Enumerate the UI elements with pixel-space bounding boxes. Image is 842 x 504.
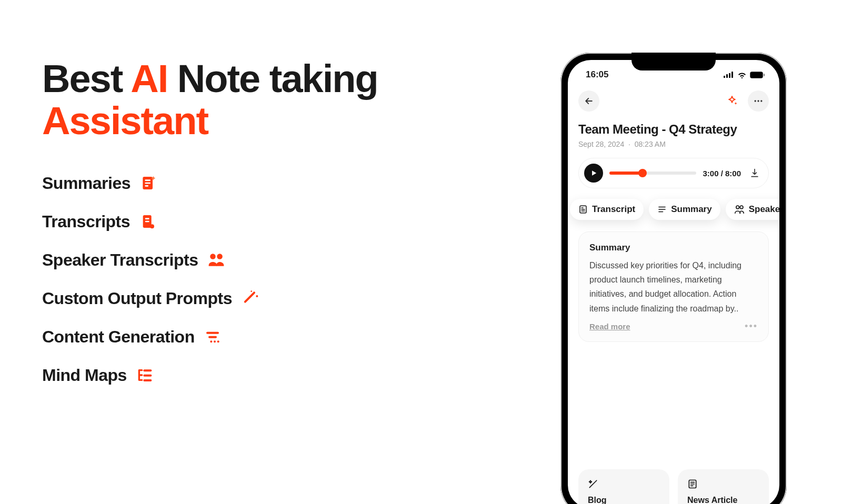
svg-rect-1 [145,180,151,182]
tab-label: Summary [671,204,711,215]
read-more-link[interactable]: Read more [589,322,630,331]
svg-rect-23 [726,74,728,78]
card-news-article[interactable]: News Article [678,469,769,504]
sparkle-icon [726,95,738,107]
svg-point-29 [755,100,756,102]
feature-summaries: Summaries [42,174,516,193]
progress-bar[interactable] [609,172,696,175]
app-screen: 16:05 [568,60,779,504]
summary-body: Discussed key priorities for Q4, includi… [589,258,758,316]
svg-rect-5 [145,218,149,220]
view-tabs: Transcript Summary [568,199,779,220]
note-meta: Sept 28, 2024 · 08:23 AM [578,140,769,148]
feature-label: Custom Output Prompts [42,289,232,308]
svg-rect-15 [208,336,217,338]
headline-part1: Best [42,57,131,100]
card-more-icon[interactable]: ••• [745,321,758,332]
back-button[interactable] [578,90,599,112]
svg-point-31 [760,100,762,102]
feature-mind-maps: Mind Maps [42,366,516,385]
svg-point-8 [210,254,216,259]
feature-list: Summaries Transcripts [42,174,516,385]
svg-rect-14 [206,332,219,334]
sparkle-doc-icon [140,175,157,191]
feature-label: Speaker Transcripts [42,250,198,270]
phone-frame: 16:05 [560,53,787,504]
wifi-icon [737,72,747,78]
feature-content-generation: Content Generation [42,327,516,347]
app-nav [578,90,769,112]
feature-speaker-transcripts: Speaker Transcripts [42,250,516,270]
playback-time: 3:00 / 8:00 [703,169,741,178]
output-format-cards: Blog News Article [578,469,769,504]
svg-rect-3 [145,185,148,187]
summary-icon [657,205,667,214]
tab-label: Transcript [592,204,635,215]
magic-wand-icon [242,290,258,307]
svg-rect-6 [145,221,149,223]
svg-point-18 [217,341,219,343]
arrow-left-icon [584,96,594,106]
phone-notch [632,53,716,70]
svg-point-11 [253,292,255,294]
ai-sparkle-button[interactable] [721,90,743,112]
filter-sparkle-icon [204,328,221,345]
download-icon[interactable] [749,168,760,178]
headline-part2: Note taking [167,57,377,100]
svg-rect-27 [751,73,762,77]
tree-list-icon [136,367,153,384]
card-blog[interactable]: Blog [578,469,669,504]
svg-point-34 [740,206,743,209]
battery-icon [750,72,765,78]
tab-label: Speaker Distinction [749,204,779,215]
feature-label: Content Generation [42,327,195,347]
scroll-icon [139,213,156,230]
feature-label: Transcripts [42,212,130,231]
wand-icon [588,479,660,491]
status-time: 16:05 [586,69,608,80]
progress-knob[interactable] [638,169,647,177]
svg-rect-25 [731,72,733,78]
summary-heading: Summary [589,243,758,253]
svg-rect-19 [143,370,152,372]
dots-horizontal-icon [753,96,764,106]
tab-summary[interactable]: Summary [649,199,720,220]
svg-rect-10 [244,292,255,304]
svg-point-16 [210,341,212,343]
feature-transcripts: Transcripts [42,212,516,231]
svg-rect-24 [729,73,730,78]
play-icon [590,169,597,177]
feature-label: Mind Maps [42,366,127,385]
speakers-icon [734,205,745,214]
article-icon [687,479,759,491]
feature-custom-prompts: Custom Output Prompts [42,289,516,308]
summary-card: Summary Discussed key priorities for Q4,… [578,231,769,342]
tab-speaker-distinction[interactable]: Speaker Distinction [726,199,779,220]
card-label: Blog [588,496,660,504]
svg-point-33 [736,206,739,209]
svg-point-30 [757,100,759,102]
card-label: News Article [687,496,759,504]
svg-point-12 [256,295,258,297]
marketing-copy: Best AI Note taking Assistant Summaries … [42,53,516,385]
headline-line2: Assistant [42,99,208,143]
people-icon [207,251,225,268]
audio-player: 3:00 / 8:00 [578,158,769,188]
status-icons [724,72,765,78]
transcript-icon [578,205,588,214]
note-title: Team Meeting - Q4 Strategy [578,122,769,137]
play-button[interactable] [584,164,603,183]
svg-point-13 [250,291,252,293]
note-date: Sept 28, 2024 [578,140,624,148]
svg-point-9 [217,254,223,259]
svg-rect-20 [143,375,152,377]
svg-rect-2 [145,183,151,184]
more-menu-button[interactable] [748,90,769,112]
page-title: Best AI Note taking Assistant [42,58,516,142]
signal-icon [724,72,734,78]
headline-accent-ai: AI [131,57,167,100]
svg-rect-28 [764,74,765,76]
tab-transcript[interactable]: Transcript [570,199,644,220]
svg-rect-22 [724,76,725,78]
svg-rect-21 [143,379,152,381]
